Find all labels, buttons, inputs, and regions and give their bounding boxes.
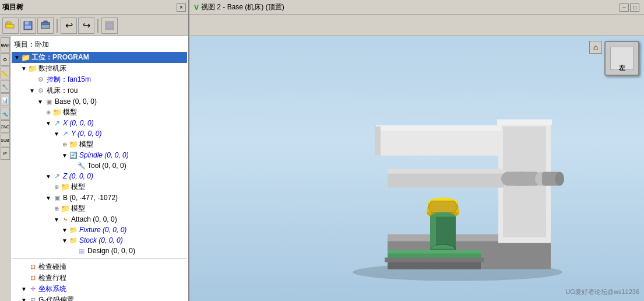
svg-rect-41: [388, 250, 481, 254]
package-button[interactable]: [37, 18, 54, 34]
folder-icon-model4: 📁: [61, 204, 70, 214]
measure-side-button[interactable]: 📐: [1, 66, 10, 79]
project-info: 项目： 卧加: [12, 38, 187, 51]
tree-item-cnc[interactable]: ▼ 📁 数控机床: [12, 63, 187, 74]
gcode-label: G-代码偏置: [38, 295, 74, 301]
tree-item-model3[interactable]: ⊕ 📁 模型: [12, 181, 187, 192]
tree-item-model1[interactable]: ⊕ 📁 模型: [12, 107, 187, 118]
svg-rect-18: [497, 120, 552, 125]
path-label: 检查行程: [38, 273, 66, 283]
project-value: 卧加: [35, 40, 49, 50]
folder-icon-model3: 📁: [61, 183, 70, 192]
expand-base[interactable]: ▼: [36, 97, 44, 106]
tree-item-spindle[interactable]: ▼ 🔄 Spindle (0, 0, 0): [12, 150, 187, 160]
redo-button[interactable]: ↪: [78, 18, 94, 34]
tree-item-model4[interactable]: ⊕ 📁 模型: [12, 203, 187, 214]
expand-gcode[interactable]: ▼: [20, 296, 28, 302]
right-panel-titlebar: V 视图 2 - Base (机床) (顶置) ─ □: [189, 0, 644, 15]
view-title-text: 视图 2 - Base (机床) (顶置): [201, 2, 620, 12]
tree-panel[interactable]: 项目： 卧加 ▼ 📁 工位：PROGRAM ▼ 📁 数控机床: [10, 36, 188, 301]
tree-item-y[interactable]: ▼ ↗ Y (0, 0, 0): [12, 128, 187, 139]
svg-rect-8: [44, 21, 47, 23]
expand-attach[interactable]: ▼: [52, 215, 61, 223]
fixture-label: Fixture (0, 0, 0): [79, 226, 126, 234]
tool-label: Tool (0, 0, 0): [87, 162, 126, 170]
win-min-button[interactable]: ─: [620, 4, 629, 12]
tree-item-collision[interactable]: ⊡ 检查碰撞: [12, 261, 187, 272]
expand-machine[interactable]: ▼: [28, 87, 36, 95]
tree-bottom: ⊡ 检查碰撞 ⊡ 检查行程 ▼ ✛ 坐标系统 ▼: [12, 258, 187, 301]
expand-b[interactable]: ▼: [44, 194, 52, 202]
wait-button[interactable]: WAIt: [1, 37, 10, 52]
tree-item-fixture[interactable]: ▼ 📁 Fixture (0, 0, 0): [12, 225, 187, 235]
cnc-side-button[interactable]: CNC: [1, 120, 10, 133]
close-button[interactable]: ×: [177, 4, 186, 12]
expand-model2[interactable]: ⊕: [61, 141, 69, 149]
svg-rect-2: [6, 24, 14, 28]
tree-item-attach[interactable]: ▼ ⤷ Attach (0, 0, 0): [12, 214, 187, 225]
expand-stock[interactable]: ▼: [61, 236, 69, 244]
expand-spindle[interactable]: ▼: [61, 151, 69, 159]
tree-item-stock[interactable]: ▼ 📁 Stock (0, 0, 0): [12, 235, 187, 246]
design-label: Design (0, 0, 0): [87, 247, 135, 255]
b-label: B (0, -477, -1072): [63, 194, 118, 202]
box-icon-base: ▣: [44, 97, 54, 106]
expand-x[interactable]: ▼: [44, 119, 52, 127]
tree-item-tool[interactable]: 🔧 Tool (0, 0, 0): [12, 160, 187, 171]
expand-y[interactable]: ▼: [52, 130, 61, 138]
machine-3d-view: [271, 62, 562, 284]
expand-z[interactable]: ▼: [44, 172, 52, 180]
program-label: 工位：PROGRAM: [31, 52, 89, 62]
chart-side-button[interactable]: 📊: [1, 93, 10, 106]
extra-button[interactable]: [101, 18, 118, 34]
svg-rect-5: [25, 26, 31, 29]
left-panel-titlebar: 项目树 ×: [0, 0, 189, 15]
tree-item-gcode[interactable]: ▼ ⊞ G-代码偏置: [12, 295, 187, 301]
open-icon: [5, 20, 16, 31]
right-panel[interactable]: ⌂ 左: [189, 36, 644, 301]
tree-item-machine[interactable]: ▼ ⚙ 机床：rou: [12, 85, 187, 96]
attach-label: Attach (0, 0, 0): [71, 215, 117, 223]
svg-rect-22: [375, 127, 381, 156]
orientation-widget[interactable]: 左: [604, 41, 639, 76]
tree-item-model2[interactable]: ⊕ 📁 模型: [12, 139, 187, 150]
side-toolbar: WAIt ⚙ 📐 🔧 📊 🔩 CNC SUB IP: [0, 36, 10, 301]
tree-item-b[interactable]: ▼ ▣ B (0, -477, -1072): [12, 192, 187, 203]
arrow-icon-x: ↗: [52, 118, 62, 128]
home-button[interactable]: ⌂: [589, 41, 602, 54]
expand-program[interactable]: ▼: [13, 54, 21, 62]
win-restore-button[interactable]: □: [630, 4, 639, 12]
ip-side-button[interactable]: IP: [1, 147, 10, 160]
tree-item-coord[interactable]: ▼ ✛ 坐标系统: [12, 284, 187, 295]
sub-side-button[interactable]: SUB: [1, 134, 10, 146]
expand-model1[interactable]: ⊕: [44, 108, 52, 117]
window-controls: ─ □: [620, 4, 639, 12]
open-button[interactable]: [2, 18, 19, 34]
expand-coord[interactable]: ▼: [20, 285, 28, 293]
expand-fixture[interactable]: ▼: [61, 226, 69, 234]
tree-item-program[interactable]: ▼ 📁 工位：PROGRAM: [12, 52, 187, 63]
expand-model4[interactable]: ⊕: [52, 205, 61, 213]
coord-icon: ✛: [28, 285, 37, 294]
bolt-side-button[interactable]: 🔩: [1, 107, 10, 120]
undo-button[interactable]: ↩: [61, 18, 77, 34]
fixture-icon: 📁: [69, 225, 78, 235]
tree-item-path-check[interactable]: ⊡ 检查行程: [12, 272, 187, 284]
arrow-icon-z: ↗: [52, 172, 62, 181]
tool-side-button[interactable]: 🔧: [1, 80, 10, 93]
model4-label: 模型: [71, 204, 85, 214]
tree-item-design[interactable]: ▦ Design (0, 0, 0): [12, 246, 187, 256]
coord-label: 坐标系统: [38, 284, 66, 294]
settings-side-button[interactable]: ⚙: [1, 53, 10, 66]
svg-rect-29: [430, 217, 436, 249]
save-button[interactable]: [20, 18, 36, 34]
top-bar: 项目树 × V 视图 2 - Base (机床) (顶置) ─ □: [0, 0, 644, 15]
tree-item-control[interactable]: ⚙ 控制：fan15m: [12, 74, 187, 85]
base-label: Base (0, 0, 0): [55, 97, 97, 106]
orient-box: 左: [604, 41, 639, 76]
tree-item-z[interactable]: ▼ ↗ Z (0, 0, 0): [12, 171, 187, 181]
tree-item-base[interactable]: ▼ ▣ Base (0, 0, 0): [12, 96, 187, 107]
expand-cnc[interactable]: ▼: [20, 65, 28, 73]
tree-item-x[interactable]: ▼ ↗ X (0, 0, 0): [12, 118, 187, 128]
expand-model3[interactable]: ⊕: [52, 183, 61, 191]
